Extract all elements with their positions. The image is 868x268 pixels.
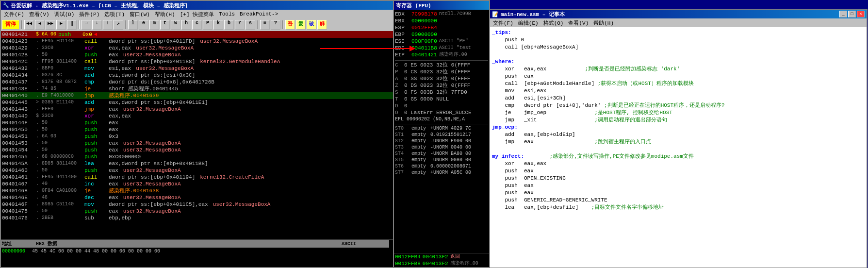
code-addr: 00401461 <box>2 174 36 181</box>
btn-list[interactable]: ≡ <box>260 20 270 30</box>
btn-up[interactable]: ↑ <box>103 20 113 30</box>
code-addr: 0040146E <box>2 194 36 201</box>
notepad-menu-file[interactable]: 文件(F) <box>491 19 515 27</box>
code-mnem: xor <box>84 113 109 119</box>
btn-brand2[interactable]: 爱 <box>296 20 306 30</box>
btn-r[interactable]: r <box>235 20 245 30</box>
code-bytes: . 8D85 8811400 <box>36 160 84 167</box>
stop-button[interactable]: 暂停 <box>2 20 19 30</box>
btn-brand[interactable]: 吾 <box>285 20 295 30</box>
menu-help[interactable]: 帮助(H) <box>153 10 177 18</box>
code-operand: 0xC0000000 <box>109 153 141 160</box>
code-operand: esi,dword ptr ds:[esi+0x3C] <box>109 72 195 79</box>
notepad-window: 📝 main-new.asm – 记事本 _ □ ✕ 文件(F) 编辑(E) 格… <box>489 9 868 268</box>
notepad-content[interactable]: _tips: push 0 call [ebp+aMessageBoxA] _w… <box>490 27 867 268</box>
stack-val-1: 004013F2 <box>423 253 448 260</box>
fpu-st4: ST4 empty -UNORM BA80 00 <box>395 151 488 157</box>
reg-esi: ESI 008F00F0 ASCII "PE" <box>395 38 488 45</box>
btn-c[interactable]: c <box>192 20 202 30</box>
code-addr: 0040142C <box>2 58 36 65</box>
btn-k[interactable]: k <box>213 20 223 30</box>
code-mnem: push <box>84 126 109 133</box>
code-bytes: . 50 <box>36 51 84 58</box>
menu-debug[interactable]: 调试(D) <box>52 10 77 18</box>
asm-line-jmp-eax: jmp eax ;跳到宿主程序的入口点 <box>492 138 865 146</box>
stack-line-2: 0012FFB8 004013F2 感染程序_00 <box>394 260 491 267</box>
code-api: user32.MessageBoxA <box>123 194 181 201</box>
asm-line-call-msgbox: call [ebp+aMessageBoxA] <box>492 44 865 51</box>
code-bytes: . 8BF0 <box>36 65 84 72</box>
asm-line-call-handle: call [ebp+aGetModuleHandle] ;获得本启动（或HOST… <box>492 80 865 87</box>
stack-addr-2: 0012FFB8 <box>395 260 421 267</box>
asm-blank-1 <box>492 51 865 58</box>
reg-edi: EDI 004011B8 ASCII "test <box>395 45 488 51</box>
menu-tools[interactable]: Tools <box>217 11 237 17</box>
code-operand: ebp,ebp <box>109 215 131 221</box>
btn-h[interactable]: h <box>181 20 191 30</box>
flag-s: S 0 FS 003B 32位 7FFD0 <box>395 89 488 96</box>
btn-t[interactable]: t <box>160 20 170 30</box>
prev-button[interactable]: ◀ <box>35 20 45 30</box>
notepad-menu-view[interactable]: 查看(V) <box>566 19 590 27</box>
notepad-close[interactable]: ✕ <box>857 11 865 17</box>
btn-help[interactable]: ? <box>271 20 280 30</box>
btn-P[interactable]: P <box>203 20 213 30</box>
notepad-menu-format[interactable]: 格式(O) <box>541 19 566 27</box>
notepad-maximize[interactable]: □ <box>848 11 856 17</box>
register-content: EDX 7C99B178 ntdll.7C99B EBX 00000000 ES… <box>394 10 489 177</box>
code-api: user32.MessageBoxA <box>123 167 181 174</box>
notepad-menu-help[interactable]: 帮助(H) <box>591 19 616 27</box>
fpu-st3: ST3 empty -UNORM 0040 00 <box>395 144 488 151</box>
code-mnem: jmp <box>84 92 109 99</box>
code-addr: 00401440 <box>2 92 36 99</box>
code-operand: eax,eax <box>109 113 131 119</box>
btn-e[interactable]: e <box>139 20 148 30</box>
btn-brand3[interactable]: 破 <box>307 20 316 30</box>
code-mnem: dec <box>84 194 109 201</box>
btn-s[interactable]: s <box>246 20 255 30</box>
menu-shortcut[interactable]: [+] 快捷菜单 <box>178 10 216 18</box>
code-bytes: . FF95 FD1140 <box>36 38 84 45</box>
menu-file[interactable]: 文件(F) <box>2 10 26 18</box>
btn-l[interactable]: l <box>128 20 138 30</box>
menu-options[interactable]: 选项(T) <box>102 10 127 18</box>
asm-line-lea-desfile: lea eax,[ebp+desfile] ;目标文件文件名字串偏移地址 <box>492 204 865 211</box>
menu-breakpoint[interactable]: BreakPoint-> <box>238 11 280 17</box>
code-operand: short 感染程序.00401445 <box>109 85 178 92</box>
code-operand: eax,eax <box>109 45 131 51</box>
menu-window[interactable]: 窗口(W) <box>128 10 152 18</box>
btn-arrow[interactable]: → <box>82 20 91 30</box>
btn-down[interactable]: ↓ <box>92 20 102 30</box>
register-window: 寄存器 (FPU) EDX 7C99B178 ntdll.7C99B EBX 0… <box>393 0 490 268</box>
play-button[interactable]: ▶▶ <box>46 20 55 30</box>
code-mnem: sub <box>84 215 109 221</box>
menu-view[interactable]: 查看(V) <box>27 10 51 18</box>
asm-line-push-eax2: push eax <box>492 168 865 175</box>
fpu-st2: ST2 empty -UNORM E900 00 <box>395 138 488 144</box>
asm-line-cmp-dark: cmp dword ptr [esi+8],'dark' ;判断是已经正在运行的… <box>492 102 865 109</box>
code-mnem: push <box>84 167 109 174</box>
code-mnem: add <box>84 99 109 106</box>
flag-p: P 0 CS 0023 32位 0(FFFF <box>395 68 488 75</box>
step-button[interactable]: ▶ <box>56 20 66 30</box>
stack-line-1: 0012FFB4 004013F2 返回 <box>394 253 491 260</box>
toolbar-sep-4 <box>257 20 258 29</box>
notepad-icon: 📝 <box>492 11 499 17</box>
btn-w[interactable]: w <box>171 20 180 30</box>
asm-blank-2 <box>492 146 865 153</box>
btn-m[interactable]: m <box>149 20 159 30</box>
notepad-menu-edit[interactable]: 编辑(E) <box>516 19 540 27</box>
code-bytes: . E9 F4010000 <box>36 92 84 99</box>
btn-brand4[interactable]: 解 <box>317 20 327 30</box>
btn-ret[interactable]: ↗ <box>114 20 123 30</box>
asm-line-xor: xor eax,eax ;判断是否是已经附加感染标志 'dark' <box>492 66 865 73</box>
btn-b[interactable]: b <box>224 20 234 30</box>
code-addr: 00401423 <box>2 38 36 45</box>
pause-button[interactable]: ‖ <box>67 20 77 30</box>
rewind-button[interactable]: ◀◀ <box>24 20 34 30</box>
code-mnem: jmp <box>84 106 109 113</box>
menu-plugins[interactable]: 插件(P) <box>77 10 101 18</box>
notepad-minimize[interactable]: _ <box>839 11 847 17</box>
code-api: kernel32.CreateFileA <box>200 174 264 181</box>
code-operand: eax <box>109 51 118 58</box>
